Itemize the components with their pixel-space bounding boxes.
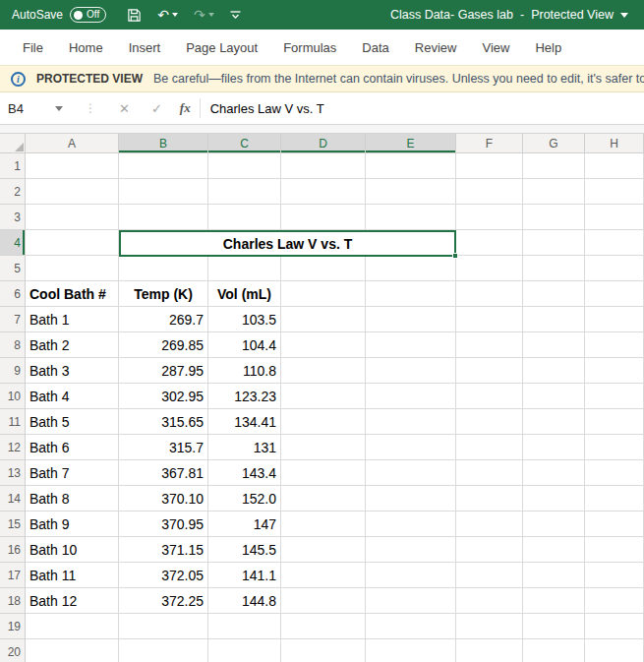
cell-B15[interactable]: 370.95 xyxy=(119,512,208,537)
menu-tab-view[interactable]: View xyxy=(469,31,522,64)
cell-H11[interactable] xyxy=(585,409,644,435)
cell-A1[interactable] xyxy=(26,153,119,179)
cell-E11[interactable] xyxy=(366,409,456,435)
cell-H17[interactable] xyxy=(585,563,644,588)
cell-A10[interactable]: Bath 4 xyxy=(26,384,119,409)
cell-E1[interactable] xyxy=(366,153,456,179)
cell-G10[interactable] xyxy=(523,384,585,409)
cell-F13[interactable] xyxy=(456,460,523,486)
cell-C19[interactable] xyxy=(208,614,281,639)
cell-E20[interactable] xyxy=(366,639,456,662)
cell-G7[interactable] xyxy=(523,307,585,332)
row-header-20[interactable]: 20 xyxy=(0,639,26,662)
cell-F7[interactable] xyxy=(456,307,523,332)
cell-F1[interactable] xyxy=(456,153,523,179)
cell-A3[interactable] xyxy=(26,205,119,230)
cell-B3[interactable] xyxy=(119,205,208,230)
cell-A9[interactable]: Bath 3 xyxy=(26,358,119,384)
cell-B11[interactable]: 315.65 xyxy=(119,409,208,435)
cell-D8[interactable] xyxy=(281,332,366,358)
row-header-14[interactable]: 14 xyxy=(0,486,26,512)
cell-C10[interactable]: 123.23 xyxy=(208,384,281,409)
menu-tab-help[interactable]: Help xyxy=(522,31,574,64)
fill-handle[interactable] xyxy=(452,253,458,259)
cell-D3[interactable] xyxy=(281,205,366,230)
cell-H9[interactable] xyxy=(585,358,644,384)
cell-F17[interactable] xyxy=(456,563,523,588)
cell-G3[interactable] xyxy=(523,205,585,230)
cell-B6[interactable]: Temp (K) xyxy=(119,281,208,307)
cell-D17[interactable] xyxy=(281,563,366,588)
cell-C18[interactable]: 144.8 xyxy=(208,588,281,614)
cell-F20[interactable] xyxy=(456,639,523,662)
cell-C5[interactable] xyxy=(208,256,281,281)
column-header-e[interactable]: E xyxy=(366,134,456,153)
cell-G18[interactable] xyxy=(523,588,585,614)
row-header-1[interactable]: 1 xyxy=(0,153,26,179)
column-header-g[interactable]: G xyxy=(523,134,585,153)
cell-E16[interactable] xyxy=(366,537,456,563)
menu-tab-home[interactable]: Home xyxy=(56,31,116,64)
cell-G15[interactable] xyxy=(523,512,585,537)
cell-C8[interactable]: 104.4 xyxy=(208,332,281,358)
row-header-10[interactable]: 10 xyxy=(0,384,26,409)
cell-F16[interactable] xyxy=(456,537,523,563)
cell-F9[interactable] xyxy=(456,358,523,384)
cell-B8[interactable]: 269.85 xyxy=(119,332,208,358)
cell-G11[interactable] xyxy=(523,409,585,435)
row-header-12[interactable]: 12 xyxy=(0,435,26,460)
undo-dropdown-caret-icon[interactable] xyxy=(172,13,178,17)
cell-E15[interactable] xyxy=(366,512,456,537)
cell-F4[interactable] xyxy=(456,230,523,256)
cell-F8[interactable] xyxy=(456,332,523,358)
cell-C3[interactable] xyxy=(208,205,281,230)
cell-D20[interactable] xyxy=(281,639,366,662)
cell-H5[interactable] xyxy=(585,256,644,281)
cell-G9[interactable] xyxy=(523,358,585,384)
cell-H4[interactable] xyxy=(585,230,644,256)
cell-A18[interactable]: Bath 12 xyxy=(26,588,119,614)
cell-E3[interactable] xyxy=(366,205,456,230)
name-box-caret-icon[interactable] xyxy=(55,106,63,111)
cell-D15[interactable] xyxy=(281,512,366,537)
cell-G4[interactable] xyxy=(523,230,585,256)
cell-A11[interactable]: Bath 5 xyxy=(26,409,119,435)
cell-F3[interactable] xyxy=(456,205,523,230)
row-header-6[interactable]: 6 xyxy=(0,281,26,307)
cell-A19[interactable] xyxy=(26,614,119,639)
cell-E8[interactable] xyxy=(366,332,456,358)
cell-D19[interactable] xyxy=(281,614,366,639)
cell-E17[interactable] xyxy=(366,563,456,588)
cell-D13[interactable] xyxy=(281,460,366,486)
cell-H15[interactable] xyxy=(585,512,644,537)
cell-A5[interactable] xyxy=(26,256,119,281)
cell-B10[interactable]: 302.95 xyxy=(119,384,208,409)
cell-H1[interactable] xyxy=(585,153,644,179)
formula-bar-content[interactable]: Charles Law V vs. T xyxy=(210,101,324,116)
row-header-9[interactable]: 9 xyxy=(0,358,26,384)
cell-B14[interactable]: 370.10 xyxy=(119,486,208,512)
row-header-8[interactable]: 8 xyxy=(0,332,26,358)
cell-A13[interactable]: Bath 7 xyxy=(26,460,119,486)
cell-A17[interactable]: Bath 11 xyxy=(26,563,119,588)
cell-B13[interactable]: 367.81 xyxy=(119,460,208,486)
cell-E12[interactable] xyxy=(366,435,456,460)
cell-H7[interactable] xyxy=(585,307,644,332)
cell-A7[interactable]: Bath 1 xyxy=(26,307,119,332)
cell-D1[interactable] xyxy=(281,153,366,179)
cell-F15[interactable] xyxy=(456,512,523,537)
cell-A8[interactable]: Bath 2 xyxy=(26,332,119,358)
select-all-button[interactable] xyxy=(0,134,26,153)
cell-D5[interactable] xyxy=(281,256,366,281)
cell-H18[interactable] xyxy=(585,588,644,614)
cell-A4[interactable] xyxy=(26,230,119,256)
cell-B2[interactable] xyxy=(119,179,208,205)
menu-tab-page-layout[interactable]: Page Layout xyxy=(173,31,270,64)
cell-C14[interactable]: 152.0 xyxy=(208,486,281,512)
cell-G1[interactable] xyxy=(523,153,585,179)
cell-A20[interactable] xyxy=(26,639,119,662)
row-header-4[interactable]: 4 xyxy=(0,230,26,256)
cell-F6[interactable] xyxy=(456,281,523,307)
cell-B12[interactable]: 315.7 xyxy=(119,435,208,460)
row-header-16[interactable]: 16 xyxy=(0,537,26,563)
